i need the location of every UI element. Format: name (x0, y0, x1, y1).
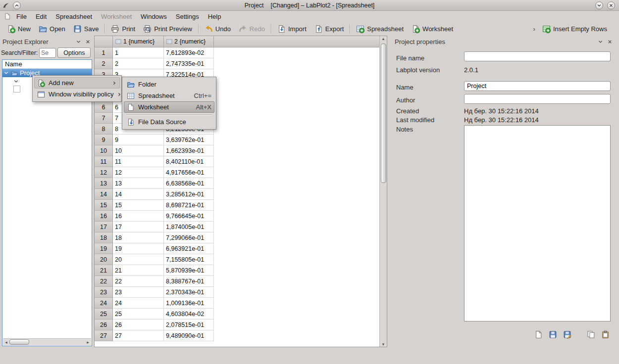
row-header[interactable]: 24 (95, 298, 113, 309)
spreadsheet-cell[interactable]: 6,963921e-01 (164, 243, 214, 254)
dock-close-icon[interactable] (606, 38, 614, 46)
dock-float-icon[interactable] (597, 38, 604, 46)
insert-empty-rows-button[interactable]: Insert Empty Rows (538, 23, 611, 35)
spreadsheet-cell[interactable]: 4,917656e-01 (164, 167, 214, 178)
spreadsheet-cell[interactable]: 13 (113, 178, 164, 189)
row-header[interactable]: 9 (95, 135, 113, 145)
new-document-button[interactable] (532, 329, 544, 339)
name-input[interactable] (464, 81, 611, 91)
row-header[interactable]: 14 (95, 189, 113, 200)
spreadsheet-cell[interactable]: 8,698721e-01 (164, 200, 214, 211)
spreadsheet-cell[interactable]: 9 (113, 135, 164, 145)
scroll-left-icon[interactable]: ◂ (3, 340, 9, 345)
row-header[interactable]: 13 (95, 178, 113, 189)
close-window-button[interactable] (607, 1, 615, 9)
row-header[interactable]: 23 (95, 287, 113, 298)
scroll-right-icon[interactable]: ▸ (85, 340, 91, 345)
open-button[interactable]: Open (35, 23, 69, 35)
author-input[interactable] (464, 94, 611, 104)
spreadsheet-cell[interactable]: 2 (113, 58, 164, 69)
expand-caret-icon[interactable] (13, 79, 19, 84)
menu-item-add-new[interactable]: Add new (34, 77, 120, 89)
save-edit-button[interactable] (561, 329, 573, 339)
toolbar-overflow-chevron[interactable]: › (530, 25, 538, 33)
spreadsheet-cell[interactable]: 1,009136e-01 (164, 298, 214, 309)
spreadsheet-cell[interactable]: 1,662393e-01 (164, 145, 214, 156)
paste-button[interactable] (599, 329, 611, 339)
row-header[interactable]: 6 (95, 102, 113, 113)
spreadsheet-cell[interactable]: 7,155805e-01 (164, 254, 214, 265)
options-button[interactable]: Options (57, 47, 91, 58)
corner-cell[interactable] (95, 36, 113, 47)
dock-close-icon[interactable] (84, 38, 92, 46)
dock-float-icon[interactable] (75, 38, 82, 46)
row-header[interactable]: 17 (95, 222, 113, 232)
spreadsheet-cell[interactable]: 24 (113, 298, 164, 309)
column-header-2[interactable]: 2 {numeric} (164, 36, 214, 47)
spreadsheet-cell[interactable]: 20 (113, 254, 164, 265)
row-header[interactable]: 7 (95, 113, 113, 124)
column-header-1[interactable]: 1 {numeric} (113, 36, 164, 47)
import-button[interactable]: Import (273, 23, 310, 35)
spreadsheet-cell[interactable]: 14 (113, 189, 164, 200)
save-button[interactable]: Save (69, 23, 103, 35)
spreadsheet-cell[interactable]: 2,747335e-01 (164, 58, 214, 69)
spreadsheet-cell[interactable]: 21 (113, 265, 164, 276)
notes-textarea[interactable] (464, 125, 611, 321)
spreadsheet-cell[interactable]: 12 (113, 167, 164, 178)
spreadsheet-cell[interactable]: 8,388767e-01 (164, 276, 214, 287)
menu-edit[interactable]: Edit (31, 12, 51, 21)
spreadsheet-cell[interactable]: 15 (113, 200, 164, 211)
row-header[interactable]: 1 (95, 47, 113, 58)
spreadsheet-cell[interactable]: 1 (113, 47, 164, 58)
spreadsheet-cell[interactable]: 6,638568e-01 (164, 178, 214, 189)
tree-column-header-name[interactable]: Name (2, 60, 92, 69)
spreadsheet-cell[interactable]: 9,766645e-01 (164, 211, 214, 222)
new-spreadsheet-button[interactable]: Spreadsheet (352, 23, 408, 35)
spreadsheet-cell[interactable]: 25 (113, 309, 164, 319)
row-header[interactable]: 16 (95, 211, 113, 222)
submenu-item-spreadsheet[interactable]: Spreadsheet Ctrl+= (124, 90, 214, 101)
row-header[interactable]: 8 (95, 124, 113, 135)
spreadsheet-cell[interactable]: 5,870939e-01 (164, 265, 214, 276)
menu-help[interactable]: Help (204, 12, 226, 21)
spreadsheet-cell[interactable]: 16 (113, 211, 164, 222)
submenu-item-folder[interactable]: Folder (124, 79, 214, 90)
menu-spreadsheet[interactable]: Spreadsheet (51, 12, 97, 21)
row-header[interactable]: 18 (95, 232, 113, 243)
spreadsheet-cell[interactable]: 27 (113, 330, 164, 341)
row-header[interactable]: 15 (95, 200, 113, 211)
spreadsheet-cell[interactable]: 2,370343e-01 (164, 287, 214, 298)
new-worksheet-button[interactable]: Worksheet (408, 23, 457, 35)
row-header[interactable]: 26 (95, 319, 113, 330)
spreadsheet-cell[interactable]: 3,639762e-01 (164, 135, 214, 145)
submenu-item-file-data-source[interactable]: File Data Source (124, 116, 214, 128)
spreadsheet-cell[interactable]: 17 (113, 222, 164, 232)
expand-caret-icon[interactable] (3, 70, 9, 76)
search-filter-input[interactable] (39, 48, 56, 58)
copy-button[interactable] (585, 329, 597, 339)
spreadsheet-cell[interactable]: 10 (113, 145, 164, 156)
scrollbar-thumb[interactable] (9, 339, 29, 345)
tree-horizontal-scrollbar[interactable]: ◂ ▸ (3, 338, 91, 345)
row-header[interactable]: 2 (95, 58, 113, 69)
menu-windows[interactable]: Windows (136, 12, 171, 21)
spreadsheet-cell[interactable]: 7,612893e-02 (164, 47, 214, 58)
file-name-input[interactable] (464, 51, 611, 61)
window-menu-button[interactable] (13, 1, 21, 9)
spreadsheet-cell[interactable]: 3,285612e-01 (164, 189, 214, 200)
menu-file[interactable]: File (12, 12, 31, 21)
spreadsheet-cell[interactable]: 11 (113, 156, 164, 167)
row-header[interactable]: 25 (95, 309, 113, 319)
spreadsheet-cell[interactable]: 7,299066e-01 (164, 232, 214, 243)
scrollbar-thumb[interactable] (381, 44, 386, 183)
spreadsheet-cell[interactable]: 8,402110e-01 (164, 156, 214, 167)
spreadsheet-cell[interactable]: 4,603804e-02 (164, 309, 214, 319)
print-button[interactable]: Print (107, 23, 139, 35)
spreadsheet-cell[interactable]: 19 (113, 243, 164, 254)
redo-button[interactable]: Redo (235, 23, 269, 35)
row-header[interactable]: 21 (95, 265, 113, 276)
row-header[interactable]: 19 (95, 243, 113, 254)
print-preview-button[interactable]: Print Preview (139, 23, 196, 35)
row-header[interactable]: 12 (95, 167, 113, 178)
